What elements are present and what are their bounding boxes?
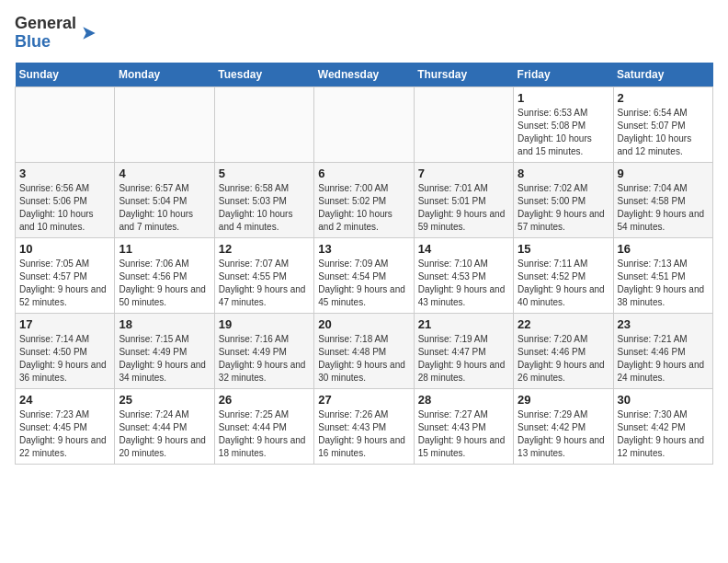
day-info: Sunrise: 7:20 AMSunset: 4:46 PMDaylight:… [518,333,609,385]
day-number: 23 [618,317,709,331]
calendar-cell: 20Sunrise: 7:18 AMSunset: 4:48 PMDayligh… [314,313,414,388]
day-number: 5 [219,167,310,180]
day-info: Sunrise: 7:01 AMSunset: 5:01 PMDaylight:… [418,182,509,234]
day-number: 29 [518,393,609,407]
calendar-cell: 5Sunrise: 6:58 AMSunset: 5:03 PMDaylight… [214,162,313,237]
day-number: 18 [119,317,210,331]
calendar-body: 1Sunrise: 6:53 AMSunset: 5:08 PMDaylight… [16,86,713,464]
weekday-sunday: Sunday [16,63,115,87]
day-number: 17 [19,317,110,331]
day-info: Sunrise: 7:25 AMSunset: 4:44 PMDaylight:… [219,408,310,460]
calendar-cell [314,86,414,162]
calendar-cell: 8Sunrise: 7:02 AMSunset: 5:00 PMDaylight… [514,162,613,237]
day-number: 19 [219,317,310,331]
day-info: Sunrise: 6:58 AMSunset: 5:03 PMDaylight:… [219,182,310,234]
weekday-header-row: SundayMondayTuesdayWednesdayThursdayFrid… [16,63,713,87]
calendar-cell: 9Sunrise: 7:04 AMSunset: 4:58 PMDaylight… [613,162,712,237]
logo: General Blue [15,15,98,52]
calendar-cell [115,86,214,162]
day-number: 22 [518,317,609,331]
day-info: Sunrise: 7:13 AMSunset: 4:51 PMDaylight:… [618,258,709,309]
calendar-cell: 10Sunrise: 7:05 AMSunset: 4:57 PMDayligh… [16,237,115,313]
calendar-cell: 26Sunrise: 7:25 AMSunset: 4:44 PMDayligh… [214,388,313,464]
calendar-week-1: 3Sunrise: 6:56 AMSunset: 5:06 PMDaylight… [16,162,713,237]
calendar-cell: 24Sunrise: 7:23 AMSunset: 4:45 PMDayligh… [16,388,115,464]
calendar-cell: 28Sunrise: 7:27 AMSunset: 4:43 PMDayligh… [414,388,513,464]
day-number: 26 [219,393,310,407]
day-number: 16 [618,242,709,256]
day-number: 30 [618,393,709,407]
calendar-cell: 1Sunrise: 6:53 AMSunset: 5:08 PMDaylight… [514,86,613,162]
day-info: Sunrise: 6:57 AMSunset: 5:04 PMDaylight:… [119,182,210,234]
calendar-cell [16,86,115,162]
weekday-monday: Monday [115,63,214,87]
day-info: Sunrise: 7:06 AMSunset: 4:56 PMDaylight:… [119,258,210,309]
page-header: General Blue [15,15,713,52]
calendar-cell: 4Sunrise: 6:57 AMSunset: 5:04 PMDaylight… [115,162,214,237]
calendar-week-4: 24Sunrise: 7:23 AMSunset: 4:45 PMDayligh… [16,388,713,464]
calendar-cell: 25Sunrise: 7:24 AMSunset: 4:44 PMDayligh… [115,388,214,464]
day-number: 10 [19,242,110,256]
logo-general: General [15,14,76,32]
weekday-tuesday: Tuesday [214,63,313,87]
day-number: 3 [19,167,110,180]
day-number: 7 [418,167,509,180]
day-number: 12 [219,242,310,256]
day-number: 27 [318,393,409,407]
weekday-saturday: Saturday [613,63,712,87]
day-number: 1 [518,91,609,105]
calendar-cell: 22Sunrise: 7:20 AMSunset: 4:46 PMDayligh… [514,313,613,388]
day-number: 25 [119,393,210,407]
svg-marker-0 [83,27,95,39]
calendar-cell: 21Sunrise: 7:19 AMSunset: 4:47 PMDayligh… [414,313,513,388]
day-info: Sunrise: 6:53 AMSunset: 5:08 PMDaylight:… [518,107,609,158]
day-info: Sunrise: 7:24 AMSunset: 4:44 PMDaylight:… [119,408,210,460]
day-info: Sunrise: 7:00 AMSunset: 5:02 PMDaylight:… [318,182,409,234]
calendar-cell: 15Sunrise: 7:11 AMSunset: 4:52 PMDayligh… [514,237,613,313]
day-info: Sunrise: 7:18 AMSunset: 4:48 PMDaylight:… [318,333,409,385]
calendar-cell: 23Sunrise: 7:21 AMSunset: 4:46 PMDayligh… [613,313,712,388]
day-number: 20 [318,317,409,331]
day-info: Sunrise: 7:14 AMSunset: 4:50 PMDaylight:… [19,333,110,385]
logo-blue: Blue [15,32,51,51]
calendar-cell [414,86,513,162]
day-info: Sunrise: 7:09 AMSunset: 4:54 PMDaylight:… [318,258,409,309]
calendar-cell: 16Sunrise: 7:13 AMSunset: 4:51 PMDayligh… [613,237,712,313]
calendar-cell: 27Sunrise: 7:26 AMSunset: 4:43 PMDayligh… [314,388,414,464]
day-number: 15 [518,242,609,256]
day-number: 4 [119,167,210,180]
calendar-cell: 17Sunrise: 7:14 AMSunset: 4:50 PMDayligh… [16,313,115,388]
day-number: 14 [418,242,509,256]
calendar-cell: 30Sunrise: 7:30 AMSunset: 4:42 PMDayligh… [613,388,712,464]
day-number: 21 [418,317,509,331]
calendar-cell: 19Sunrise: 7:16 AMSunset: 4:49 PMDayligh… [214,313,313,388]
day-info: Sunrise: 7:04 AMSunset: 4:58 PMDaylight:… [618,182,709,234]
calendar-cell: 11Sunrise: 7:06 AMSunset: 4:56 PMDayligh… [115,237,214,313]
day-info: Sunrise: 7:05 AMSunset: 4:57 PMDaylight:… [19,258,110,309]
day-info: Sunrise: 7:26 AMSunset: 4:43 PMDaylight:… [318,408,409,460]
day-number: 13 [318,242,409,256]
day-number: 28 [418,393,509,407]
day-info: Sunrise: 7:02 AMSunset: 5:00 PMDaylight:… [518,182,609,234]
day-info: Sunrise: 7:16 AMSunset: 4:49 PMDaylight:… [219,333,310,385]
calendar-cell: 18Sunrise: 7:15 AMSunset: 4:49 PMDayligh… [115,313,214,388]
day-info: Sunrise: 7:29 AMSunset: 4:42 PMDaylight:… [518,408,609,460]
day-info: Sunrise: 7:19 AMSunset: 4:47 PMDaylight:… [418,333,509,385]
day-number: 9 [618,167,709,180]
weekday-friday: Friday [514,63,613,87]
day-info: Sunrise: 7:11 AMSunset: 4:52 PMDaylight:… [518,258,609,309]
day-number: 6 [318,167,409,180]
calendar-header: SundayMondayTuesdayWednesdayThursdayFrid… [16,63,713,87]
day-info: Sunrise: 6:56 AMSunset: 5:06 PMDaylight:… [19,182,110,234]
day-info: Sunrise: 6:54 AMSunset: 5:07 PMDaylight:… [618,107,709,158]
day-info: Sunrise: 7:21 AMSunset: 4:46 PMDaylight:… [618,333,709,385]
day-info: Sunrise: 7:27 AMSunset: 4:43 PMDaylight:… [418,408,509,460]
logo-icon [80,24,98,42]
weekday-wednesday: Wednesday [314,63,414,87]
day-info: Sunrise: 7:10 AMSunset: 4:53 PMDaylight:… [418,258,509,309]
calendar-cell [214,86,313,162]
calendar-cell: 14Sunrise: 7:10 AMSunset: 4:53 PMDayligh… [414,237,513,313]
day-info: Sunrise: 7:30 AMSunset: 4:42 PMDaylight:… [618,408,709,460]
calendar-cell: 29Sunrise: 7:29 AMSunset: 4:42 PMDayligh… [514,388,613,464]
calendar-cell: 2Sunrise: 6:54 AMSunset: 5:07 PMDaylight… [613,86,712,162]
